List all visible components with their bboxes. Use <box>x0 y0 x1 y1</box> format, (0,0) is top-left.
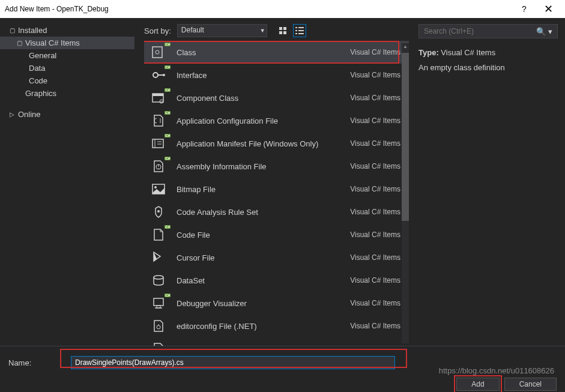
template-category: Visual C# Items <box>350 139 400 148</box>
footer: Name: https://blog.csdn.net/u011608626 A… <box>0 346 565 392</box>
svg-point-10 <box>163 74 165 76</box>
template-icon: C# <box>149 89 168 106</box>
template-icon <box>149 249 168 266</box>
sidebar-online[interactable]: ▷ Online <box>0 108 134 121</box>
add-button[interactable]: Add <box>456 378 499 391</box>
scroll-thumb[interactable] <box>402 53 409 221</box>
template-category: Visual C# Items <box>350 322 400 330</box>
template-icon: C# <box>149 44 168 61</box>
details-panel: 🔍 ▾ Type: Visual C# Items An empty class… <box>411 18 565 346</box>
type-info: Type: Visual C# Items <box>418 48 558 57</box>
svg-rect-12 <box>153 94 163 96</box>
list-view-button[interactable] <box>293 24 306 37</box>
sidebar-installed[interactable]: ▢ Installed <box>0 24 134 37</box>
template-label: Application Configuration File <box>177 116 350 125</box>
template-label: Assembly Information File <box>177 162 350 171</box>
template-icon: C# <box>149 226 168 243</box>
template-label: Code Analysis Rule Set <box>177 208 350 217</box>
svg-point-22 <box>154 186 157 188</box>
template-item[interactable]: C# Application Manifest File (Windows On… <box>144 132 409 155</box>
template-icon: C# <box>149 112 168 129</box>
template-item[interactable]: editorconfig File (.NET) Visual C# Items <box>144 315 409 337</box>
template-icon <box>149 318 168 334</box>
watermark: https://blog.csdn.net/u011608626 <box>439 366 554 375</box>
template-list[interactable]: C# Class Visual C# Items C# Interface Vi… <box>144 41 409 346</box>
svg-rect-4 <box>295 33 297 34</box>
svg-point-8 <box>153 73 158 77</box>
scroll-up-icon[interactable]: ▲ <box>402 43 409 50</box>
template-label: Component Class <box>177 94 350 103</box>
type-label: Type: <box>418 48 439 57</box>
template-item[interactable]: C# Assembly Information File Visual C# I… <box>144 155 409 178</box>
template-category: Visual C# Items <box>350 162 400 170</box>
sort-select[interactable]: Default <box>177 24 267 37</box>
caret-down-icon: ▢ <box>17 40 24 46</box>
template-category: Visual C# Items <box>350 208 400 216</box>
scrollbar[interactable]: ▲ <box>402 43 409 343</box>
template-icon <box>149 204 168 220</box>
svg-point-24 <box>154 276 163 279</box>
sidebar-code[interactable]: Code <box>0 74 134 87</box>
template-category: Visual C# Items <box>350 48 400 56</box>
template-icon <box>149 181 168 198</box>
name-input[interactable] <box>71 356 395 369</box>
template-icon: C# <box>149 158 168 175</box>
sidebar: ▢ Installed ▢ Visual C# Items General Da… <box>0 18 134 346</box>
svg-rect-14 <box>153 139 163 148</box>
center-panel: Sort by: Default ▼ C# Class Visual C# It… <box>134 18 411 346</box>
template-icon: C# <box>149 67 168 83</box>
template-icon <box>149 340 168 346</box>
sidebar-csitems[interactable]: ▢ Visual C# Items <box>0 37 134 49</box>
template-icon: C# <box>149 135 168 152</box>
template-label: Bitmap File <box>177 185 350 194</box>
template-category: Visual C# Items <box>350 299 400 307</box>
svg-rect-1 <box>298 27 304 28</box>
template-item[interactable]: C# Class Visual C# Items <box>144 41 409 64</box>
template-item[interactable]: DataSet Visual C# Items <box>144 269 409 292</box>
svg-point-28 <box>157 325 160 329</box>
template-category: Visual C# Items <box>350 116 400 125</box>
template-item[interactable]: C# Application Configuration File Visual… <box>144 109 409 132</box>
template-icon <box>149 272 168 289</box>
help-button[interactable]: ? <box>512 4 536 14</box>
grid-view-button[interactable] <box>276 24 289 37</box>
searchbox[interactable]: 🔍 ▾ <box>418 24 558 38</box>
template-category: Visual C# Items <box>350 94 400 102</box>
template-label: Class <box>177 48 350 57</box>
template-category: Visual C# Items <box>350 253 400 262</box>
search-input[interactable] <box>419 26 531 37</box>
name-label: Name: <box>8 358 71 367</box>
close-button[interactable]: ✕ <box>536 2 560 16</box>
caret-right-icon: ▷ <box>10 111 17 118</box>
sidebar-general[interactable]: General <box>0 49 134 62</box>
svg-point-7 <box>156 50 159 54</box>
template-item[interactable]: Code Analysis Rule Set Visual C# Items <box>144 201 409 223</box>
template-item[interactable]: Cursor File Visual C# Items <box>144 246 409 269</box>
main-content: ▢ Installed ▢ Visual C# Items General Da… <box>0 18 565 346</box>
template-item[interactable]: editorconfig File (default) Visual C# It… <box>144 337 409 346</box>
template-icon: C# <box>149 295 168 312</box>
sidebar-data[interactable]: Data <box>0 62 134 74</box>
template-item[interactable]: C# Component Class Visual C# Items <box>144 86 409 109</box>
template-label: Application Manifest File (Windows Only) <box>177 139 350 148</box>
search-icon[interactable]: 🔍 ▾ <box>531 27 557 36</box>
list-icon <box>295 26 304 35</box>
chevron-down-icon: ▼ <box>260 28 265 34</box>
svg-rect-6 <box>153 47 162 58</box>
template-label: editorconfig File (.NET) <box>177 322 350 331</box>
template-category: Visual C# Items <box>350 276 400 285</box>
titlebar: Add New Item - OpenTK_Debug ? ✕ <box>0 0 565 18</box>
button-row: Add Cancel <box>8 378 557 391</box>
svg-rect-0 <box>295 27 297 28</box>
template-item[interactable]: C# Debugger Visualizer Visual C# Items <box>144 292 409 315</box>
grid-icon <box>279 27 286 34</box>
template-item[interactable]: C# Interface Visual C# Items <box>144 64 409 86</box>
cancel-button[interactable]: Cancel <box>504 378 557 391</box>
sidebar-graphics[interactable]: Graphics <box>0 87 134 100</box>
svg-rect-2 <box>295 30 297 31</box>
template-item[interactable]: Bitmap File Visual C# Items <box>144 178 409 201</box>
template-item[interactable]: C# Code File Visual C# Items <box>144 223 409 246</box>
svg-rect-25 <box>154 298 163 306</box>
caret-down-icon: ▢ <box>10 27 17 34</box>
template-category: Visual C# Items <box>350 71 400 79</box>
